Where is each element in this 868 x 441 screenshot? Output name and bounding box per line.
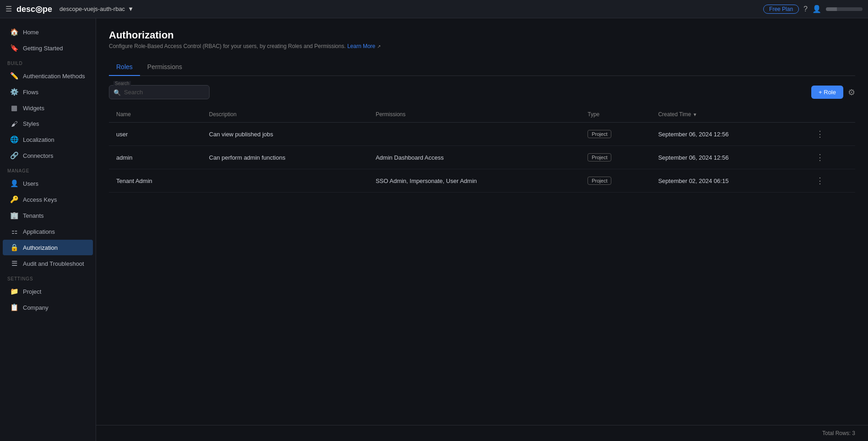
tabs: Roles Permissions (109, 59, 855, 76)
row-description-2 (202, 169, 368, 193)
sidebar-item-connectors[interactable]: 🔗Connectors (3, 148, 93, 163)
col-name: Name (109, 107, 202, 123)
sidebar-item-label-home: Home (23, 29, 39, 36)
table-row[interactable]: Tenant AdminSSO Admin, Impersonate, User… (109, 169, 855, 193)
col-type: Type (580, 107, 651, 123)
toolbar: Search 🔍 + Role ⚙ (109, 85, 855, 99)
row-created-0: September 06, 2024 12:56 (651, 123, 806, 146)
applications-icon: ⚏ (10, 227, 18, 236)
row-menu-0: ⋮ (807, 123, 855, 146)
row-name-2: Tenant Admin (109, 169, 202, 193)
sidebar-item-localization[interactable]: 🌐Localization (3, 132, 93, 147)
roles-table: Name Description Permissions Type Create… (109, 107, 855, 193)
localization-icon: 🌐 (10, 135, 18, 144)
add-role-button[interactable]: + Role (811, 86, 843, 99)
row-created-1: September 06, 2024 12:56 (651, 146, 806, 169)
col-description: Description (202, 107, 368, 123)
tab-permissions[interactable]: Permissions (140, 59, 189, 76)
table-row[interactable]: userCan view published jobsProjectSeptem… (109, 123, 855, 146)
row-description-1: Can perform admin functions (202, 146, 368, 169)
row-menu-button-0[interactable]: ⋮ (814, 129, 826, 139)
help-icon[interactable]: ? (803, 5, 808, 13)
sidebar-item-styles[interactable]: 🖌Styles (3, 116, 93, 131)
table-footer: Total Rows: 3 (96, 425, 868, 441)
search-label: Search (113, 81, 131, 86)
sidebar-item-label-applications: Applications (23, 228, 55, 235)
sidebar-item-audit-and-troubleshoot[interactable]: ☰Audit and Troubleshoot (3, 256, 93, 271)
sidebar-item-company[interactable]: 📋Company (3, 300, 93, 315)
sidebar-item-label-company: Company (23, 304, 49, 311)
dropdown-arrow-icon: ▼ (128, 5, 134, 12)
col-created-time[interactable]: Created Time ▼ (651, 107, 806, 123)
sidebar-section-build: Build (0, 56, 96, 68)
row-name-0: user (109, 123, 202, 146)
sidebar-item-flows[interactable]: ⚙️Flows (3, 84, 93, 100)
table-row[interactable]: adminCan perform admin functionsAdmin Da… (109, 146, 855, 169)
sidebar-section-manage: Manage (0, 164, 96, 175)
topbar-right: Free Plan ? 👤 (763, 5, 863, 14)
sort-arrow-icon: ▼ (693, 112, 697, 117)
sidebar-item-getting-started[interactable]: 🔖Getting Started (3, 40, 93, 56)
type-badge: Project (588, 177, 611, 185)
sidebar-item-label-authentication-methods: Authentication Methods (23, 73, 85, 80)
users-icon: 👤 (10, 179, 18, 188)
sidebar-item-label-project: Project (23, 288, 41, 295)
styles-icon: 🖌 (10, 120, 18, 128)
logo: desc◎pe (16, 4, 52, 14)
hamburger-icon[interactable]: ☰ (5, 5, 12, 13)
row-type-1: Project (580, 146, 651, 169)
access-keys-icon: 🔑 (10, 195, 18, 204)
row-name-1: admin (109, 146, 202, 169)
sidebar-item-access-keys[interactable]: 🔑Access Keys (3, 192, 93, 207)
authentication-methods-icon: ✏️ (10, 72, 18, 80)
page-title: Authorization (109, 29, 855, 41)
col-permissions: Permissions (368, 107, 580, 123)
sidebar-item-project[interactable]: 📁Project (3, 284, 93, 299)
sidebar-item-tenants[interactable]: 🏢Tenants (3, 208, 93, 223)
project-selector[interactable]: descope-vuejs-auth-rbac ▼ (59, 5, 134, 12)
row-permissions-0 (368, 123, 580, 146)
logo-text: desc◎pe (16, 4, 52, 14)
home-icon: 🏠 (10, 28, 18, 36)
type-badge: Project (588, 153, 611, 161)
sidebar-item-authorization[interactable]: 🔒Authorization (3, 240, 93, 255)
authorization-icon: 🔒 (10, 243, 18, 252)
table-settings-button[interactable]: ⚙ (848, 87, 855, 97)
row-menu-1: ⋮ (807, 146, 855, 169)
free-plan-button[interactable]: Free Plan (763, 5, 799, 14)
row-description-0: Can view published jobs (202, 123, 368, 146)
row-menu-button-2[interactable]: ⋮ (814, 176, 826, 186)
tab-roles[interactable]: Roles (109, 59, 140, 76)
sidebar-item-label-authorization: Authorization (23, 244, 58, 251)
sidebar-item-applications[interactable]: ⚏Applications (3, 224, 93, 239)
main-content: Authorization Configure Role-Based Acces… (96, 18, 868, 441)
row-permissions-1: Admin Dashboard Access (368, 146, 580, 169)
project-icon: 📁 (10, 287, 18, 296)
sidebar-item-label-connectors: Connectors (23, 152, 53, 159)
sidebar-item-authentication-methods[interactable]: ✏️Authentication Methods (3, 68, 93, 84)
row-created-2: September 02, 2024 06:15 (651, 169, 806, 193)
sidebar-item-users[interactable]: 👤Users (3, 176, 93, 191)
progress-fill (826, 7, 837, 11)
search-icon: 🔍 (113, 89, 121, 96)
row-type-0: Project (580, 123, 651, 146)
progress-bar (826, 7, 863, 11)
getting-started-icon: 🔖 (10, 44, 18, 52)
type-badge: Project (588, 130, 611, 138)
learn-more-link[interactable]: Learn More (347, 43, 375, 49)
search-input[interactable] (109, 85, 210, 99)
sidebar-item-label-users: Users (23, 180, 38, 187)
sidebar-item-home[interactable]: 🏠Home (3, 24, 93, 40)
sidebar-item-label-flows: Flows (23, 89, 38, 96)
page-subtitle: Configure Role-Based Access Control (RBA… (109, 43, 855, 49)
sidebar-item-widgets[interactable]: ▦Widgets (3, 100, 93, 116)
sidebar-item-label-access-keys: Access Keys (23, 196, 57, 203)
sidebar-section-settings: Settings (0, 272, 96, 283)
total-rows: Total Rows: 3 (822, 430, 855, 436)
user-icon[interactable]: 👤 (812, 5, 821, 13)
project-name: descope-vuejs-auth-rbac (59, 5, 125, 12)
row-type-2: Project (580, 169, 651, 193)
external-link-icon: ↗ (377, 44, 381, 49)
row-menu-button-1[interactable]: ⋮ (814, 152, 826, 162)
tenants-icon: 🏢 (10, 211, 18, 220)
